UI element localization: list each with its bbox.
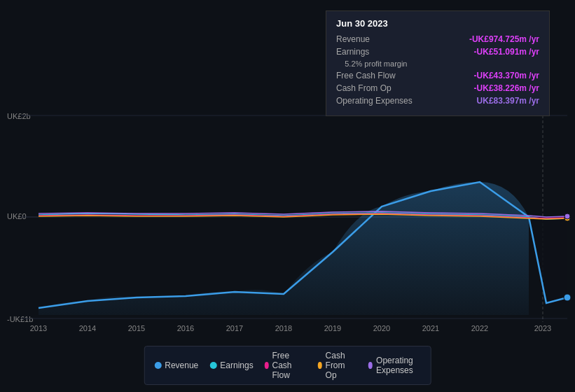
tooltip-value-cashfromop: -UK£38.226m /yr <box>474 83 539 93</box>
tooltip-label-cashfromop: Cash From Op <box>336 83 392 93</box>
svg-point-4 <box>564 294 571 301</box>
tooltip-label-revenue: Revenue <box>336 34 370 44</box>
svg-text:2013: 2013 <box>30 324 47 332</box>
tooltip-profit-margin: 5.2% profit margin <box>336 59 539 68</box>
tooltip-value-earnings: -UK£51.091m /yr <box>474 47 539 57</box>
svg-text:2017: 2017 <box>226 324 243 332</box>
chart-legend: Revenue Earnings Free Cash Flow Cash Fro… <box>144 346 431 385</box>
legend-item-fcf[interactable]: Free Cash Flow <box>265 351 307 380</box>
chart-container: UK£2b UK£0 -UK£1b <box>0 108 575 332</box>
tooltip-title: Jun 30 2023 <box>336 18 539 29</box>
tooltip-label-fcf: Free Cash Flow <box>336 71 396 80</box>
svg-text:2018: 2018 <box>275 324 292 332</box>
legend-label-cashfromop: Cash From Op <box>326 351 358 380</box>
legend-item-opex[interactable]: Operating Expenses <box>368 356 421 375</box>
legend-label-earnings: Earnings <box>220 360 253 370</box>
legend-label-fcf: Free Cash Flow <box>272 351 306 380</box>
chart-svg: 2013 2014 2015 2016 2017 2018 2019 2020 … <box>0 108 575 332</box>
legend-item-cashfromop[interactable]: Cash From Op <box>318 351 357 380</box>
legend-label-revenue: Revenue <box>165 360 198 370</box>
legend-dot-fcf <box>265 362 269 369</box>
tooltip-value-revenue: -UK£974.725m /yr <box>469 34 539 44</box>
svg-text:2021: 2021 <box>422 324 439 332</box>
tooltip-value-fcf: -UK£43.370m /yr <box>474 71 539 80</box>
legend-item-earnings[interactable]: Earnings <box>209 360 253 370</box>
svg-text:2023: 2023 <box>534 324 551 332</box>
tooltip-row-opex: Operating Expenses UK£83.397m /yr <box>336 96 539 106</box>
legend-dot-cashfromop <box>318 362 322 369</box>
data-tooltip: Jun 30 2023 Revenue -UK£974.725m /yr Ear… <box>326 10 550 116</box>
legend-item-revenue[interactable]: Revenue <box>154 360 198 370</box>
svg-point-8 <box>564 214 570 219</box>
tooltip-row-revenue: Revenue -UK£974.725m /yr <box>336 34 539 44</box>
legend-dot-revenue <box>154 362 161 369</box>
tooltip-row-earnings: Earnings -UK£51.091m /yr <box>336 47 539 57</box>
legend-dot-opex <box>368 362 373 369</box>
legend-label-opex: Operating Expenses <box>376 356 421 375</box>
tooltip-row-cashfromop: Cash From Op -UK£38.226m /yr <box>336 83 539 93</box>
svg-text:2016: 2016 <box>177 324 194 332</box>
svg-text:2015: 2015 <box>128 324 145 332</box>
tooltip-label-earnings: Earnings <box>336 47 369 57</box>
tooltip-row-fcf: Free Cash Flow -UK£43.370m /yr <box>336 71 539 80</box>
svg-text:2020: 2020 <box>373 324 390 332</box>
svg-text:2019: 2019 <box>324 324 341 332</box>
svg-text:2022: 2022 <box>471 324 488 332</box>
legend-dot-earnings <box>209 362 216 369</box>
svg-text:2014: 2014 <box>79 324 96 332</box>
tooltip-label-opex: Operating Expenses <box>336 96 413 106</box>
tooltip-value-opex: UK£83.397m /yr <box>477 96 539 106</box>
